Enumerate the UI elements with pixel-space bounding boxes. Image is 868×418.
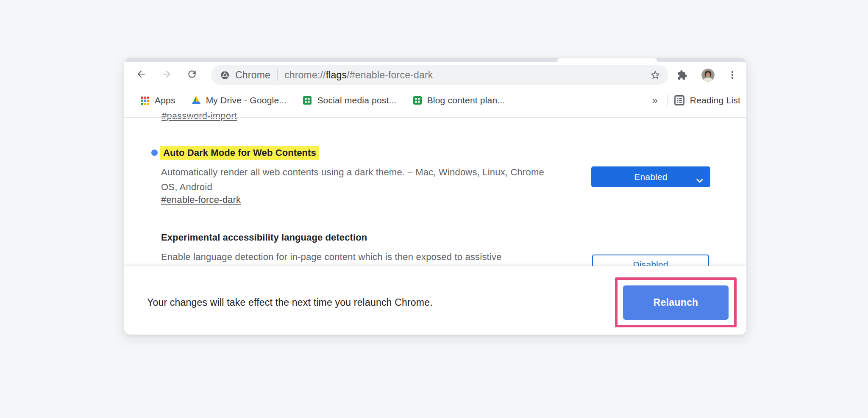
browser-window: Chrome chrome://flags/#enable-force-dark bbox=[124, 58, 746, 335]
bookmark-apps[interactable]: Apps bbox=[140, 95, 175, 105]
reading-list-button[interactable]: Reading List bbox=[673, 94, 740, 106]
toolbar-right-group bbox=[677, 69, 737, 82]
flag-title-auto-dark-mode: Auto Dark Mode for Web Contents bbox=[160, 146, 319, 160]
star-icon bbox=[650, 69, 661, 80]
bookmark-my-drive[interactable]: My Drive - Google... bbox=[191, 95, 287, 105]
bookmark-label: Apps bbox=[155, 95, 175, 105]
site-label: Chrome bbox=[235, 69, 270, 81]
bookmarks-overflow-button[interactable]: » bbox=[650, 94, 659, 106]
url-scheme: chrome:// bbox=[284, 69, 326, 80]
profile-avatar[interactable] bbox=[701, 69, 715, 82]
annotation-highlight-box: Relaunch bbox=[615, 277, 737, 327]
google-sheets-icon bbox=[302, 95, 312, 105]
relaunch-bar: Your changes will take effect the next t… bbox=[124, 266, 746, 335]
enable-force-dark-link[interactable]: #enable-force-dark bbox=[161, 194, 241, 205]
bookmark-social-media[interactable]: Social media post... bbox=[302, 95, 396, 105]
flag-description-line: Automatically render all web contents us… bbox=[161, 165, 585, 180]
extensions-button[interactable] bbox=[677, 70, 687, 80]
refresh-button[interactable] bbox=[184, 67, 200, 83]
bookmark-label: Social media post... bbox=[317, 95, 396, 105]
relaunch-message: Your changes will take effect the next t… bbox=[147, 297, 433, 308]
browser-toolbar: Chrome chrome://flags/#enable-force-dark bbox=[124, 62, 746, 88]
google-drive-icon bbox=[191, 95, 201, 105]
reading-list-icon bbox=[673, 94, 685, 106]
flag-state-value: Enabled bbox=[634, 172, 667, 182]
refresh-icon bbox=[186, 69, 198, 81]
bookmark-label: Blog content plan... bbox=[427, 95, 505, 105]
google-sheets-icon bbox=[412, 95, 423, 105]
active-tab[interactable] bbox=[557, 58, 657, 62]
kebab-menu-icon bbox=[727, 70, 737, 80]
browser-menu-button[interactable] bbox=[727, 70, 737, 80]
chevron-down-icon bbox=[696, 175, 703, 185]
tab-strip bbox=[124, 58, 746, 62]
url-text: chrome://flags/#enable-force-dark bbox=[284, 69, 433, 81]
bookmark-star-button[interactable] bbox=[650, 69, 661, 80]
flag-description: Enable language detection for in-page co… bbox=[161, 251, 585, 263]
reading-list-label: Reading List bbox=[690, 95, 740, 105]
url-fragment: /#enable-force-dark bbox=[347, 69, 433, 80]
chrome-logo-icon bbox=[220, 70, 230, 80]
bookmarks-bar: Apps My Drive - Google... S bbox=[124, 88, 746, 112]
flag-description-line: OS, Android bbox=[161, 180, 585, 194]
site-chip: Chrome bbox=[220, 69, 270, 81]
relaunch-button[interactable]: Relaunch bbox=[623, 285, 729, 320]
password-import-link[interactable]: #password-import bbox=[161, 111, 237, 122]
bookmark-blog-content[interactable]: Blog content plan... bbox=[412, 95, 505, 105]
forward-icon bbox=[161, 69, 172, 81]
apps-grid-icon bbox=[140, 95, 150, 105]
flag-highlight-dot bbox=[151, 149, 158, 156]
flag-description: Automatically render all web contents us… bbox=[161, 165, 585, 194]
bookmarks-right-group: » Reading List bbox=[650, 94, 740, 107]
flags-page-content: #password-import Auto Dark Mode for Web … bbox=[124, 112, 746, 266]
forward-button[interactable] bbox=[159, 67, 174, 83]
url-host: flags bbox=[326, 69, 347, 80]
bookmark-label: My Drive - Google... bbox=[206, 95, 287, 105]
back-button[interactable] bbox=[134, 67, 149, 83]
flag-entry-divider bbox=[124, 117, 746, 118]
omnibox-divider bbox=[277, 69, 278, 80]
flag-state-dropdown-enabled[interactable]: Enabled bbox=[591, 166, 710, 187]
address-bar[interactable]: Chrome chrome://flags/#enable-force-dark bbox=[211, 65, 668, 85]
extensions-icon bbox=[677, 70, 687, 80]
bookmarks-divider bbox=[667, 94, 668, 107]
flag-title-accessibility-language: Experimental accessibility language dete… bbox=[161, 232, 367, 243]
back-icon bbox=[136, 69, 147, 81]
